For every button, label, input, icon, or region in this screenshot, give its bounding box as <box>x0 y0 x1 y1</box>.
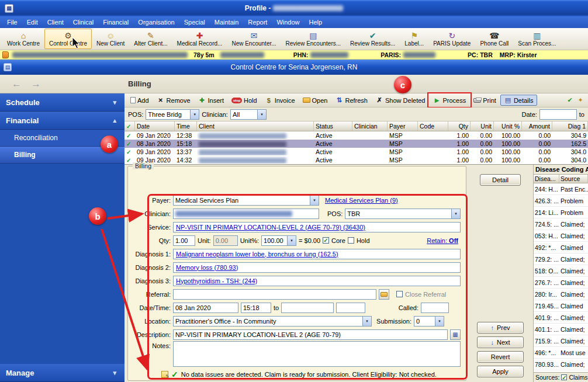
toolbar-button[interactable]: New Encounter... <box>227 29 281 49</box>
service-link[interactable]: NP-VISIT IN PRIMARY LOCATION-LEVEL 2 (AG… <box>176 224 365 231</box>
column-header-code[interactable]: Code <box>418 121 448 131</box>
menu-item[interactable]: File <box>2 18 22 27</box>
diagnosis3-link[interactable]: Hypothyroidism - TSH: (244) <box>176 277 257 284</box>
time-to-input[interactable] <box>336 303 365 313</box>
dropdown-arrow-icon[interactable] <box>257 110 266 119</box>
diagnosis2-field[interactable]: Memory loss (780.93) <box>173 262 461 273</box>
disease-row[interactable]: 053: H... Claimed; <box>534 230 588 242</box>
toolbar-button[interactable]: Review Encounters... <box>281 29 346 49</box>
unitpct-select[interactable]: 100.00 <box>261 235 296 246</box>
description-input[interactable] <box>173 329 448 340</box>
hold-checkbox[interactable] <box>348 237 354 244</box>
menu-item[interactable]: Report <box>243 18 272 27</box>
dropdown-arrow-icon[interactable] <box>310 196 319 205</box>
disease-row[interactable]: 214: Li... Problem <box>534 207 588 218</box>
column-header-unit[interactable]: Unit <box>471 121 494 131</box>
disease-row[interactable]: 244: H... Past Enc... <box>534 183 588 195</box>
toolbar-button[interactable]: Medical Record... <box>172 29 227 49</box>
menu-item[interactable]: Clinical <box>68 18 98 27</box>
column-header-amount[interactable]: Amount <box>522 121 552 131</box>
column-header-date[interactable]: Date <box>135 121 175 131</box>
back-arrow-icon[interactable] <box>12 79 22 89</box>
menu-item[interactable]: Maintain <box>210 18 244 27</box>
disease-row[interactable]: 426.3: ... Problem <box>534 195 588 207</box>
payer-select[interactable]: Medical Services Plan <box>173 195 319 206</box>
toolbar-button[interactable]: PARIS Update <box>428 29 475 49</box>
billing-toolbar-button[interactable]: Insert <box>195 95 228 106</box>
pos-filter-select[interactable]: Three Bridg <box>146 109 199 120</box>
clinician-filter-select[interactable]: All <box>230 109 267 120</box>
disease-row[interactable]: 401.9: ... Claimed; <box>534 312 588 324</box>
disease-row[interactable]: 724.5: ... Claimed; <box>534 218 588 230</box>
sidebar-item-financial[interactable]: Financial <box>0 112 124 130</box>
sidebar-item-manage[interactable]: Manage <box>0 364 124 382</box>
referral-lookup-button[interactable] <box>379 289 389 300</box>
column-header-diag1[interactable]: Diag 1 <box>552 121 588 131</box>
service-field[interactable]: NP-VISIT IN PRIMARY LOCATION-LEVEL 2 (AG… <box>173 222 461 232</box>
diagnosis1-link[interactable]: Malignant neoplasm lower lobe, bronchus … <box>176 251 338 258</box>
toolbar-button[interactable]: Phone Call <box>475 29 513 49</box>
core-checkbox[interactable] <box>323 237 329 244</box>
menu-item[interactable]: Financial <box>98 18 133 27</box>
billing-toolbar-button[interactable]: Invoice <box>261 95 299 106</box>
disease-row[interactable]: 729.2: ... Claimed; <box>534 253 588 265</box>
notes-textarea[interactable] <box>173 341 461 367</box>
prev-button[interactable]: Prev <box>477 322 524 334</box>
menu-item[interactable]: Edit <box>22 18 43 27</box>
description-template-button[interactable] <box>450 329 461 340</box>
menu-item[interactable]: Window <box>272 18 304 27</box>
disease-row[interactable]: 496: *... Most use <box>534 347 588 359</box>
location-select[interactable]: Practitioner's Office - In Community <box>173 316 372 327</box>
billing-toolbar-button[interactable]: Refresh <box>331 95 371 106</box>
billing-toolbar-button[interactable]: Add <box>127 95 153 106</box>
diagnosis3-field[interactable]: Hypothyroidism - TSH: (244) <box>173 276 461 286</box>
disease-row[interactable]: 280: Ir... Claimed; <box>534 289 588 300</box>
detail-button[interactable]: Detail <box>480 174 521 186</box>
options-icon[interactable] <box>576 96 584 104</box>
payer-link[interactable]: Medical Services Plan (9) <box>325 197 398 204</box>
billing-toolbar-button[interactable]: Open <box>299 95 331 106</box>
apply-button[interactable]: Apply <box>477 366 524 377</box>
retain-link[interactable]: Retain: Off <box>427 237 458 244</box>
diagnosis2-link[interactable]: Memory loss (780.93) <box>176 264 238 271</box>
toolbar-button[interactable]: Scan Proces... <box>513 29 561 49</box>
pos-select[interactable]: TBR <box>345 209 461 219</box>
disease-row[interactable]: 492: *... Claimed <box>534 242 588 253</box>
column-header-time[interactable]: Time <box>175 121 197 131</box>
table-row[interactable]: 09 Jan 2020 13:37 Active MSP 1.00 0.00 1… <box>124 148 588 156</box>
disease-row[interactable]: 401.1: ... Claimed; <box>534 324 588 335</box>
table-row[interactable]: 09 Jan 2020 12:38 Active MSP 1.00 0.00 1… <box>124 131 588 140</box>
dropdown-arrow-icon[interactable] <box>287 236 296 245</box>
toolbar-button[interactable]: New Client <box>92 29 129 49</box>
sidebar-item-schedule[interactable]: Schedule <box>0 93 124 112</box>
menu-item[interactable]: Special <box>179 18 210 27</box>
dropdown-arrow-icon[interactable] <box>190 110 199 119</box>
toolbar-button[interactable]: Control Centre <box>44 29 92 49</box>
disease-row[interactable]: 518: O... Claimed; <box>534 265 588 277</box>
verify-icon[interactable] <box>566 96 574 104</box>
menu-item[interactable]: Organisation <box>133 18 179 27</box>
referral-input[interactable] <box>173 289 376 300</box>
disease-col-code[interactable]: Disea... <box>534 175 559 183</box>
clinician-input[interactable] <box>173 209 319 219</box>
billing-toolbar-button[interactable]: Show Deleted <box>372 95 429 106</box>
revert-button[interactable]: Revert <box>477 351 524 363</box>
menu-item[interactable]: Help <box>305 18 327 27</box>
disease-row[interactable]: 276.7: ... Claimed; <box>534 277 588 289</box>
toolbar-button[interactable]: Review Results... <box>345 29 400 49</box>
next-button[interactable]: Next <box>477 336 524 348</box>
column-header-unit-pct[interactable]: Unit % <box>494 121 522 131</box>
close-referral-checkbox[interactable] <box>396 291 403 297</box>
column-header-client[interactable]: Client <box>197 121 314 131</box>
disease-row[interactable]: 780.93... Claimed; <box>534 359 588 370</box>
disease-row[interactable]: 715.9: ... Claimed; <box>534 335 588 347</box>
toolbar-button[interactable]: Alter Client... <box>129 29 172 49</box>
claims-checkbox[interactable] <box>561 374 567 380</box>
time-input[interactable] <box>241 303 271 313</box>
dropdown-arrow-icon[interactable] <box>362 317 371 326</box>
date-from-input[interactable] <box>539 109 577 120</box>
column-header-qty[interactable]: Qty <box>448 121 471 131</box>
date-to-input[interactable] <box>281 303 334 313</box>
dropdown-arrow-icon[interactable] <box>451 209 460 218</box>
column-header-clinician[interactable]: Clinician <box>352 121 388 131</box>
